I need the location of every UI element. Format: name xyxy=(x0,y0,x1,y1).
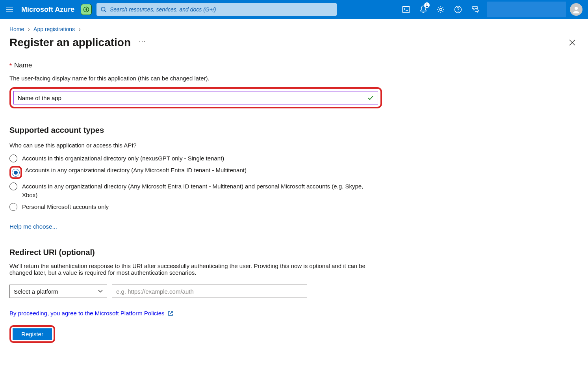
account-info[interactable] xyxy=(487,2,566,17)
svg-rect-3 xyxy=(403,7,410,12)
radio-label: Accounts in this organizational director… xyxy=(22,154,224,163)
radio-single-tenant[interactable]: Accounts in this organizational director… xyxy=(9,154,377,163)
svg-point-6 xyxy=(458,11,458,12)
radio-highlight xyxy=(9,166,22,179)
svg-point-4 xyxy=(440,8,442,11)
arrow-up-circle-icon xyxy=(83,6,89,13)
feedback-icon xyxy=(471,6,479,13)
avatar-button[interactable] xyxy=(570,3,582,16)
breadcrumb-home[interactable]: Home xyxy=(9,26,24,32)
svg-point-1 xyxy=(101,7,105,11)
top-bar: Microsoft Azure 1 xyxy=(0,0,588,19)
chevron-down-icon xyxy=(98,290,103,293)
brand-label[interactable]: Microsoft Azure xyxy=(21,6,74,14)
register-button[interactable]: Register xyxy=(13,328,52,340)
chevron-right-icon: › xyxy=(28,26,30,32)
notification-badge: 1 xyxy=(424,2,430,8)
radio-label: Accounts in any organizational directory… xyxy=(22,182,377,199)
close-icon xyxy=(569,39,575,46)
name-description: The user-facing display name for this ap… xyxy=(9,75,377,82)
title-row: Register an application ⋯ xyxy=(0,32,588,49)
help-button[interactable] xyxy=(449,0,467,19)
register-highlight: Register xyxy=(9,325,55,343)
breadcrumb-app-registrations[interactable]: App registrations xyxy=(33,26,75,32)
more-actions-button[interactable]: ⋯ xyxy=(139,37,147,48)
external-link-icon xyxy=(168,311,173,316)
radio-personal-only[interactable]: Personal Microsoft accounts only xyxy=(9,203,377,211)
radio-icon xyxy=(9,182,17,190)
name-label-row: * Name xyxy=(9,61,377,69)
gear-icon xyxy=(437,6,445,13)
hamburger-icon xyxy=(6,7,13,12)
radio-icon xyxy=(12,169,20,177)
person-icon xyxy=(572,6,580,13)
redirect-uri-input[interactable] xyxy=(112,285,307,298)
check-icon xyxy=(367,95,374,101)
name-input-wrapper[interactable] xyxy=(13,91,378,104)
name-label: Name xyxy=(14,61,32,69)
platform-policies-link[interactable]: By proceeding, you agree to the Microsof… xyxy=(9,310,173,317)
account-types-question: Who can use this application or access t… xyxy=(9,142,377,149)
redirect-uri-description: We'll return the authentication response… xyxy=(9,263,372,276)
name-input[interactable] xyxy=(18,95,367,101)
radio-label: Personal Microsoft accounts only xyxy=(22,203,109,211)
account-types-radio-group: Accounts in this organizational director… xyxy=(9,154,377,211)
redirect-uri-heading: Redirect URI (optional) xyxy=(9,248,377,257)
help-icon xyxy=(454,6,462,13)
required-mark: * xyxy=(9,62,12,69)
close-button[interactable] xyxy=(566,36,579,49)
radio-icon xyxy=(9,203,17,211)
settings-button[interactable] xyxy=(432,0,449,19)
policies-text: By proceeding, you agree to the Microsof… xyxy=(9,310,165,317)
radio-multitenant[interactable]: Accounts in any organizational directory… xyxy=(9,166,377,179)
notifications-button[interactable]: 1 xyxy=(415,0,432,19)
feedback-button[interactable] xyxy=(467,0,484,19)
hamburger-menu-button[interactable] xyxy=(0,0,19,19)
platform-select-value: Select a platform xyxy=(14,288,58,295)
radio-multitenant-personal[interactable]: Accounts in any organizational directory… xyxy=(9,182,377,199)
platform-select[interactable]: Select a platform xyxy=(9,285,107,298)
page-title: Register an application xyxy=(9,36,131,49)
upgrade-button[interactable] xyxy=(81,4,92,15)
name-highlight xyxy=(9,87,382,108)
svg-point-7 xyxy=(575,7,578,10)
breadcrumb: Home › App registrations › xyxy=(0,19,588,32)
cloud-shell-icon xyxy=(402,6,410,13)
account-types-heading: Supported account types xyxy=(9,126,377,135)
svg-line-2 xyxy=(105,11,106,12)
global-search-input[interactable] xyxy=(107,6,333,13)
form-body: * Name The user-facing display name for … xyxy=(0,49,386,352)
radio-label: Accounts in any organizational directory… xyxy=(25,166,247,175)
cloud-shell-button[interactable] xyxy=(397,0,415,19)
help-me-choose-link[interactable]: Help me choose... xyxy=(9,223,57,230)
radio-icon xyxy=(9,155,17,162)
search-icon xyxy=(100,6,107,13)
chevron-right-icon: › xyxy=(79,26,81,32)
global-search[interactable] xyxy=(96,3,337,16)
